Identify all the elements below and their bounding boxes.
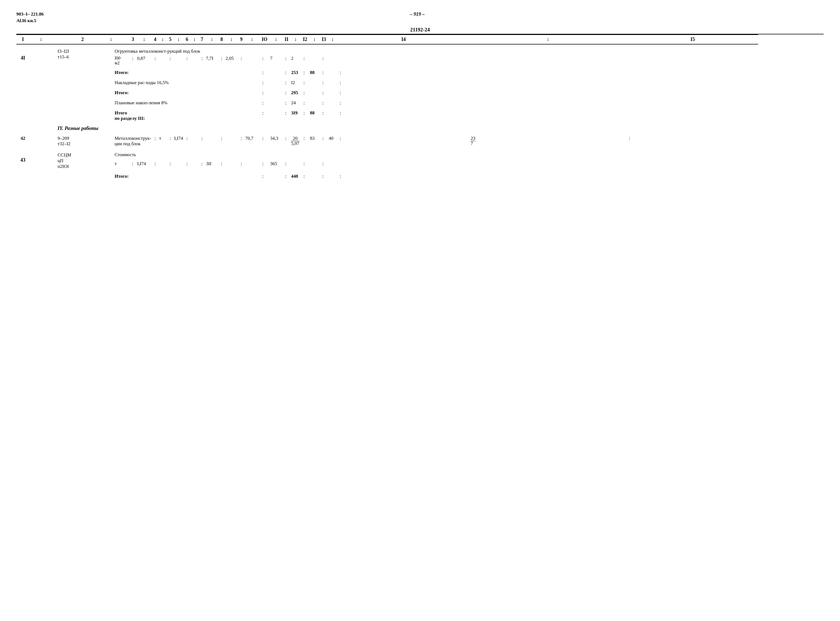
final-itogo-spacer bbox=[17, 170, 823, 173]
row-code-41: I3–I2Iт15–6 bbox=[56, 47, 109, 66]
col-header-12: I2 bbox=[302, 35, 309, 44]
row42-spacer bbox=[17, 132, 823, 135]
itogo-row-41: Итого: : : 253 : 88 : : bbox=[17, 69, 823, 76]
col-header-3: 3 bbox=[130, 35, 136, 44]
nakl-expenses-row: Накладные рас-ходы 16,5% : : I2 : : : bbox=[17, 79, 823, 86]
final-itogo-row: Итого: : : 448 : : : bbox=[17, 173, 823, 180]
final-itogo-label: Итого: bbox=[113, 173, 260, 180]
col14-42: 23 7 bbox=[469, 135, 627, 147]
col-header-4: 4 bbox=[153, 35, 157, 44]
unit-42: т bbox=[157, 135, 168, 147]
col5-41: 0,87 bbox=[135, 55, 153, 66]
col-header-5: 5 bbox=[168, 35, 173, 44]
itogo-label-1: Итого: bbox=[113, 69, 260, 76]
doc-ref-line2: Аl.I6 кн.5 bbox=[17, 17, 44, 24]
header-left: 903–I– 221.86 Аl.I6 кн.5 bbox=[17, 11, 44, 24]
doc-ref-line1: 903–I– 221.86 bbox=[17, 11, 44, 17]
itogo-row-2-spacer bbox=[17, 86, 823, 89]
col-header-6: 6 bbox=[185, 35, 189, 44]
col-header-10: IO bbox=[260, 35, 269, 44]
table-row-43: 43 ССЦМцПп2IOI Стоимость bbox=[17, 151, 823, 161]
itogo-row-2: Итого: : : 295 : : : bbox=[17, 89, 823, 97]
table-row-43b: т : I,I74 : : : : 3II : : : 365 : : : bbox=[17, 160, 823, 170]
plan-label: Плановые накоп-ления 8% bbox=[113, 99, 260, 107]
unit-43: т bbox=[113, 160, 130, 170]
table-row bbox=[17, 44, 823, 47]
page-number: – 919 – bbox=[44, 11, 791, 17]
col13-41: 2 bbox=[289, 55, 302, 66]
row-code-42: 9–209т32–I2 bbox=[56, 135, 109, 147]
col10-41: 2,05 bbox=[224, 55, 239, 66]
col11-42: 20 5,97 bbox=[289, 135, 302, 147]
doc-number: 21192-24 bbox=[410, 27, 430, 32]
col9-42: 70,7 bbox=[244, 135, 260, 147]
row-desc-42: Металлоконструк-ции под блок bbox=[113, 135, 153, 147]
itogo-label-2: Итого: bbox=[113, 89, 260, 97]
unit-41: I00м2 bbox=[113, 55, 130, 66]
final-itogo-col12: 448 bbox=[289, 173, 302, 180]
itogo-section-row: Итогопо разделу III: : : 3I9 : 88 : : bbox=[17, 109, 823, 122]
row-desc-43: Стоимость bbox=[113, 151, 823, 161]
col12-41: 7 bbox=[269, 55, 283, 66]
col-header-7: 7 bbox=[200, 35, 204, 44]
col-header-14: I4 bbox=[338, 35, 469, 44]
plan-row-spacer bbox=[17, 97, 823, 99]
row-num-43: 43 bbox=[17, 151, 29, 170]
nakl-col12: I2 bbox=[289, 79, 302, 86]
itogo3-spacer bbox=[17, 107, 823, 109]
row-num-42: 42 bbox=[17, 135, 29, 147]
plan-col12: 24 bbox=[289, 99, 302, 107]
col12-42: 83 bbox=[309, 135, 321, 147]
main-table: I : 2 : 3 : 4 : 5 : 6 : 7 : 8 : 9 : IO :… bbox=[17, 34, 823, 180]
col-header-15: I5 bbox=[627, 35, 758, 44]
col-header-11: II bbox=[283, 35, 289, 44]
itogo3-col13: 88 bbox=[309, 109, 321, 122]
col9-41: 7,7I bbox=[204, 55, 219, 66]
row-desc-41: Огрунтовка металлоконст-рукций под блок bbox=[113, 47, 823, 55]
plan-row: Плановые накоп-ления 8% : : 24 : : : bbox=[17, 99, 823, 107]
col10-42: 34,3 bbox=[269, 135, 283, 147]
col5-42: I,I74 bbox=[173, 135, 185, 147]
itogo3-label: Итогопо разделу III: bbox=[113, 109, 260, 122]
section4-spacer bbox=[17, 122, 823, 125]
itogo1-col13: 88 bbox=[309, 69, 321, 76]
col-header-13: I3 bbox=[321, 35, 327, 44]
col-header-8: 8 bbox=[219, 35, 224, 44]
table-row-41: 4I I3–I2Iт15–6 Огрунтовка металлоконст-р… bbox=[17, 47, 823, 55]
itogo2-col12: 295 bbox=[289, 89, 302, 97]
nakl-label: Накладные рас-ходы 16,5% bbox=[113, 79, 260, 86]
col-header-1: I bbox=[17, 35, 29, 44]
col9-43: 3II bbox=[204, 160, 219, 170]
row-code-43: ССЦМцПп2IOI bbox=[56, 151, 109, 170]
col12-43: 365 bbox=[269, 160, 283, 170]
col5-43: I,I74 bbox=[135, 160, 153, 170]
itogo3-col12: 3I9 bbox=[289, 109, 302, 122]
section4-row: IY. Разные работы bbox=[17, 125, 823, 132]
col-header-2: 2 bbox=[56, 35, 109, 44]
nakl-row bbox=[17, 76, 823, 79]
row43-spacer bbox=[17, 147, 823, 151]
column-header-row: I : 2 : 3 : 4 : 5 : 6 : 7 : 8 : 9 : IO :… bbox=[17, 35, 823, 44]
table-row-42: 42 9–209т32–I2 Металлоконструк-ции под б… bbox=[17, 135, 823, 147]
itogo1-col12: 253 bbox=[289, 69, 302, 76]
col-header-9: 9 bbox=[239, 35, 244, 44]
table-row-41b: I00м2 : 0,87 : : : : 7,7I : 2,05 : : 7 :… bbox=[17, 55, 823, 66]
itogo-row-1 bbox=[17, 66, 823, 69]
row-num-41: 4I bbox=[17, 47, 29, 66]
section4-title: IY. Разные работы bbox=[56, 125, 758, 132]
col13-42: 40 bbox=[327, 135, 338, 147]
